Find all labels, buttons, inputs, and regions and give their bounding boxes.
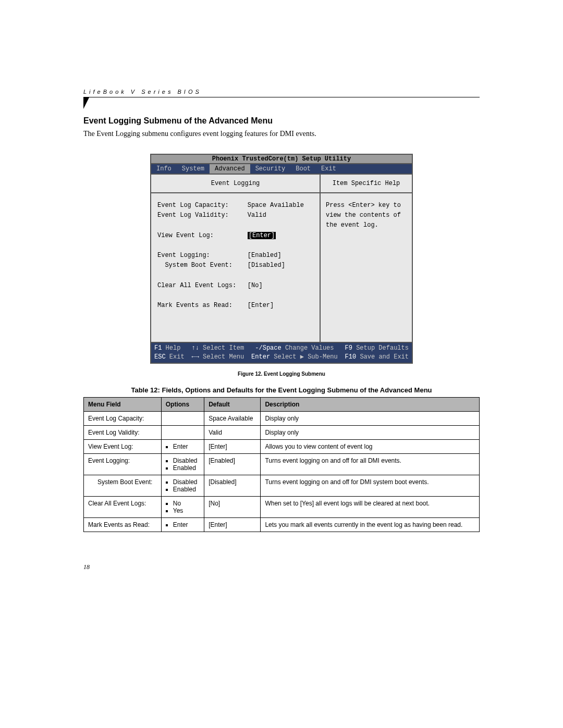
table-row: Mark Events as Read:Enter[Enter]Lets you… bbox=[84, 517, 480, 532]
bios-setting-row: View Event Log: [Enter] bbox=[157, 231, 313, 241]
option-item: Disabled bbox=[173, 478, 200, 486]
bios-setting-label: View Event Log: bbox=[157, 232, 248, 239]
bios-setting-label: Event Logging: bbox=[157, 252, 248, 259]
bios-footer: F1 Help ↑↓ Select Item -/Space Change Va… bbox=[151, 342, 412, 363]
bios-setting-row: System Boot Event: [Disabled] bbox=[157, 261, 313, 270]
description-cell: Display only bbox=[261, 411, 480, 425]
options-cell: Enter bbox=[161, 439, 204, 453]
bios-setting-label: Clear All Event Logs: bbox=[157, 282, 248, 289]
bios-setting-label: Event Log Capacity: bbox=[157, 202, 248, 209]
figure-caption: Figure 12. Event Logging Submenu bbox=[83, 371, 480, 377]
menu-field-cell: Clear All Event Logs: bbox=[84, 496, 162, 517]
bios-setting-value: [Enabled] bbox=[248, 252, 282, 259]
menu-field-cell: System Boot Event: bbox=[84, 475, 162, 496]
table-header-cell: Default bbox=[204, 397, 261, 411]
bios-setting-value: [Disabled] bbox=[248, 262, 285, 269]
menu-field-cell: Event Log Capacity: bbox=[84, 411, 162, 425]
option-item: Enter bbox=[173, 521, 200, 528]
header-flag-icon bbox=[83, 97, 89, 109]
bios-setting-value: [Enter] bbox=[248, 302, 274, 309]
bios-tab: Exit bbox=[316, 164, 341, 174]
bios-setting-row: Event Logging: [Enabled] bbox=[157, 251, 313, 261]
option-item: Disabled bbox=[173, 457, 200, 464]
options-cell bbox=[161, 411, 204, 425]
default-cell: Space Available bbox=[204, 411, 261, 425]
menu-field-cell: Event Logging: bbox=[84, 453, 162, 475]
fields-table: Menu FieldOptionsDefaultDescription Even… bbox=[83, 397, 480, 532]
bios-setting-row: Event Log Validity: Valid bbox=[157, 211, 313, 220]
table-caption: Table 12: Fields, Options and Defaults f… bbox=[83, 386, 480, 394]
bios-main-title: Event Logging bbox=[151, 175, 320, 193]
default-cell: [Enabled] bbox=[204, 453, 261, 475]
bios-settings-list: Event Log Capacity: Space AvailableEvent… bbox=[151, 193, 320, 342]
bios-setting-value: [Enter] bbox=[248, 232, 276, 239]
table-row: Event Log Validity:ValidDisplay only bbox=[84, 425, 480, 439]
bios-setting-label: Mark Events as Read: bbox=[157, 302, 248, 309]
table-row: Event Log Capacity:Space AvailableDispla… bbox=[84, 411, 480, 425]
bios-setting-row bbox=[157, 270, 313, 280]
bios-setting-row bbox=[157, 241, 313, 251]
bios-setting-label: Event Log Validity: bbox=[157, 212, 248, 219]
bios-setting-label: System Boot Event: bbox=[157, 262, 248, 269]
options-cell bbox=[161, 425, 204, 439]
bios-setting-value: Valid bbox=[248, 212, 266, 219]
table-header-cell: Description bbox=[261, 397, 480, 411]
bios-screenshot: Phoenix TrustedCore(tm) Setup Utility In… bbox=[150, 154, 413, 364]
page-number: 18 bbox=[83, 563, 480, 571]
bios-tab: Advanced bbox=[210, 164, 250, 174]
options-cell: NoYes bbox=[161, 496, 204, 517]
option-item: Enabled bbox=[173, 486, 200, 493]
bios-setting-row bbox=[157, 291, 313, 301]
options-cell: Enter bbox=[161, 517, 204, 532]
bios-tab: Boot bbox=[290, 164, 316, 174]
default-cell: [Disabled] bbox=[204, 475, 261, 496]
section-title: Event Logging Submenu of the Advanced Me… bbox=[83, 116, 480, 126]
options-cell: DisabledEnabled bbox=[161, 453, 204, 475]
option-item: Enter bbox=[173, 443, 200, 450]
bios-tab: Info bbox=[151, 164, 177, 174]
description-cell: Display only bbox=[261, 425, 480, 439]
bios-help-title: Item Specific Help bbox=[321, 175, 412, 193]
default-cell: Valid bbox=[204, 425, 261, 439]
table-row: System Boot Event:DisabledEnabled[Disabl… bbox=[84, 475, 480, 496]
options-cell: DisabledEnabled bbox=[161, 475, 204, 496]
bios-tab: System bbox=[177, 164, 210, 174]
bios-setting-row bbox=[157, 220, 313, 230]
menu-field-cell: View Event Log: bbox=[84, 439, 162, 453]
section-intro: The Event Logging submenu configures eve… bbox=[83, 130, 480, 138]
bios-setting-row: Mark Events as Read: [Enter] bbox=[157, 301, 313, 311]
default-cell: [No] bbox=[204, 496, 261, 517]
description-cell: Turns event logging on and off for all D… bbox=[261, 453, 480, 475]
default-cell: [Enter] bbox=[204, 517, 261, 532]
bios-tab: Security bbox=[250, 164, 291, 174]
bios-tabs: InfoSystemAdvancedSecurityBootExit bbox=[151, 164, 412, 175]
description-cell: Lets you mark all events currently in th… bbox=[261, 517, 480, 532]
table-header-cell: Options bbox=[161, 397, 204, 411]
menu-field-cell: Mark Events as Read: bbox=[84, 517, 162, 532]
option-item: Yes bbox=[173, 507, 200, 514]
bios-title: Phoenix TrustedCore(tm) Setup Utility bbox=[151, 155, 412, 164]
description-cell: When set to [Yes] all event logs will be… bbox=[261, 496, 480, 517]
description-cell: Turns event logging on and off for DMI s… bbox=[261, 475, 480, 496]
bios-setting-row: Clear All Event Logs: [No] bbox=[157, 281, 313, 291]
option-item: Enabled bbox=[173, 464, 200, 472]
table-row: View Event Log:Enter[Enter]Allows you to… bbox=[84, 439, 480, 453]
menu-field-cell: Event Log Validity: bbox=[84, 425, 162, 439]
bios-setting-value: [No] bbox=[248, 282, 263, 289]
table-row: Event Logging:DisabledEnabled[Enabled]Tu… bbox=[84, 453, 480, 475]
table-row: Clear All Event Logs:NoYes[No]When set t… bbox=[84, 496, 480, 517]
bios-help-text: Press <Enter> key to view the contents o… bbox=[321, 193, 412, 238]
table-header-cell: Menu Field bbox=[84, 397, 162, 411]
description-cell: Allows you to view content of event log bbox=[261, 439, 480, 453]
option-item: No bbox=[173, 500, 200, 507]
running-header: LifeBook V Series BIOS bbox=[83, 89, 480, 97]
bios-setting-value: Space Available bbox=[248, 202, 304, 209]
default-cell: [Enter] bbox=[204, 439, 261, 453]
bios-setting-row: Event Log Capacity: Space Available bbox=[157, 201, 313, 211]
